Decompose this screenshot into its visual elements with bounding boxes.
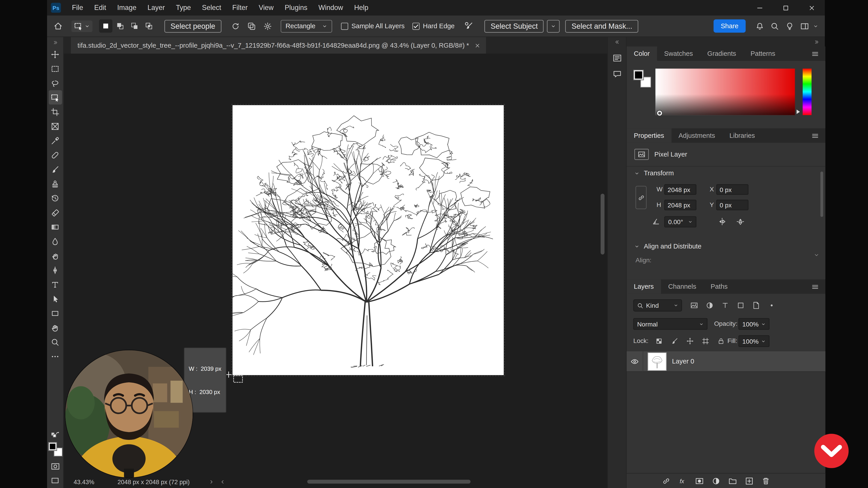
filter-shape-layers[interactable] — [735, 299, 746, 312]
add-selection-mode[interactable] — [114, 20, 127, 33]
smudge-tool[interactable] — [49, 249, 62, 263]
eyedropper-tool[interactable] — [49, 133, 62, 148]
new-selection-mode[interactable] — [99, 20, 112, 33]
filter-smart-objects[interactable] — [751, 299, 762, 312]
filter-toggle[interactable] — [766, 299, 777, 312]
select-people-button[interactable]: Select people — [164, 20, 221, 32]
lasso-tool[interactable] — [49, 76, 62, 90]
menu-item[interactable]: Select — [196, 0, 227, 15]
panel-tab[interactable]: Patterns — [743, 46, 782, 61]
filter-pixel-layers[interactable] — [689, 299, 700, 312]
menu-item[interactable]: Filter — [227, 0, 253, 15]
lock-artboard[interactable] — [700, 335, 711, 347]
select-subject-button[interactable]: Select Subject — [485, 20, 544, 32]
lock-image-pixels[interactable] — [669, 335, 680, 347]
foreground-background-colors[interactable] — [633, 70, 651, 88]
select-subject-dropdown[interactable] — [547, 20, 560, 32]
search-icon[interactable] — [771, 22, 779, 30]
foreground-color-swatch[interactable] — [633, 70, 644, 80]
layer-effects-button[interactable] — [679, 477, 687, 485]
hand-tool[interactable] — [49, 320, 62, 335]
panel-tab[interactable]: Paths — [704, 280, 735, 294]
foreground-background-colors[interactable] — [48, 442, 62, 457]
pen-tool[interactable] — [49, 263, 62, 277]
zoom-level[interactable]: 43.43% — [74, 479, 94, 485]
subtract-selection-mode[interactable] — [128, 20, 141, 33]
refresh-icon[interactable] — [231, 22, 240, 30]
current-tool-button[interactable] — [71, 20, 92, 32]
crop-tool[interactable] — [49, 105, 62, 119]
x-field[interactable]: 0 px — [716, 184, 748, 195]
screen-mode-icon[interactable] — [51, 477, 59, 485]
panel-menu-icon[interactable] — [805, 128, 826, 143]
menu-item[interactable]: Layer — [142, 0, 170, 15]
panel-tab[interactable]: Properties — [627, 128, 671, 143]
menu-item[interactable]: Image — [112, 0, 142, 15]
scroll-left-icon[interactable] — [219, 479, 225, 485]
brush-options-icon[interactable] — [465, 22, 473, 31]
menu-item[interactable]: Help — [348, 0, 374, 15]
artboards-panel-icon[interactable] — [613, 54, 621, 63]
link-dimensions-button[interactable] — [636, 186, 647, 209]
workspace-panels-icon[interactable] — [800, 22, 809, 30]
healing-brush-tool[interactable] — [49, 148, 62, 162]
eraser-tool[interactable] — [49, 205, 62, 220]
color-picker-cursor[interactable] — [657, 111, 662, 116]
panel-scrollbar[interactable] — [820, 171, 823, 217]
menu-item[interactable]: Edit — [89, 0, 112, 15]
minimize-button[interactable] — [747, 0, 773, 15]
flip-vertical-icon[interactable] — [736, 217, 745, 226]
blend-mode-dropdown[interactable]: Normal — [633, 318, 708, 330]
horizontal-scrollbar[interactable] — [307, 480, 470, 484]
hard-edge-checkbox[interactable]: Hard Edge — [412, 22, 455, 30]
intersect-selection-mode[interactable] — [142, 20, 156, 33]
comments-panel-icon[interactable] — [613, 70, 621, 78]
lock-transparent-pixels[interactable] — [653, 335, 664, 347]
layer-filter-kind-dropdown[interactable]: Kind — [633, 299, 682, 312]
chevron-down-icon[interactable] — [814, 252, 819, 258]
filter-adjustment-layers[interactable] — [704, 299, 715, 312]
history-brush-tool[interactable] — [49, 191, 62, 205]
maximize-button[interactable] — [773, 0, 799, 15]
home-button[interactable] — [54, 22, 63, 31]
gradient-tool[interactable] — [49, 220, 62, 234]
document-tab[interactable]: tifa.studio_2d_vector_style_tree_--profi… — [71, 37, 486, 54]
menu-item[interactable]: View — [253, 0, 279, 15]
zoom-tool[interactable] — [49, 335, 62, 349]
document-artboard[interactable] — [232, 105, 504, 375]
rectangle-tool[interactable] — [49, 306, 62, 320]
overlap-objects-icon[interactable] — [247, 22, 256, 30]
close-tab-icon[interactable] — [475, 42, 481, 48]
frame-tool[interactable] — [49, 119, 62, 133]
saturation-brightness-field[interactable] — [655, 69, 795, 115]
hue-slider[interactable] — [803, 69, 811, 115]
link-layers-button[interactable] — [662, 477, 671, 485]
expand-panels-icon[interactable] — [614, 37, 620, 46]
new-group-button[interactable] — [728, 477, 737, 485]
layer-thumbnail[interactable] — [648, 352, 666, 370]
clone-stamp-tool[interactable] — [49, 176, 62, 191]
panel-tab[interactable]: Layers — [627, 280, 661, 294]
flip-horizontal-icon[interactable] — [718, 217, 726, 226]
status-popup-icon[interactable] — [209, 479, 214, 485]
panel-tab[interactable]: Gradients — [700, 46, 743, 61]
bell-icon[interactable] — [756, 22, 764, 30]
menu-item[interactable]: Plugins — [279, 0, 313, 15]
new-layer-button[interactable] — [745, 477, 753, 485]
selection-shape-dropdown[interactable]: Rectangle — [281, 20, 332, 32]
default-colors-icon[interactable] — [51, 430, 59, 439]
align-section-header[interactable]: Align and Distribute — [634, 242, 702, 250]
type-tool[interactable] — [49, 277, 62, 292]
brush-tool[interactable] — [49, 162, 62, 177]
delete-layer-button[interactable] — [762, 477, 770, 485]
panel-tab[interactable]: Adjustments — [671, 128, 722, 143]
checkbox-checked[interactable] — [412, 22, 420, 30]
sample-all-layers-checkbox[interactable]: Sample All Layers — [341, 22, 405, 30]
collapse-panels-icon[interactable] — [814, 39, 819, 44]
blur-tool[interactable] — [49, 234, 62, 249]
move-tool[interactable] — [49, 47, 62, 61]
lock-all[interactable] — [715, 335, 726, 347]
fill-dropdown[interactable]: 100% — [739, 335, 770, 347]
object-selection-tool[interactable] — [49, 90, 62, 105]
menu-item[interactable]: Type — [170, 0, 196, 15]
